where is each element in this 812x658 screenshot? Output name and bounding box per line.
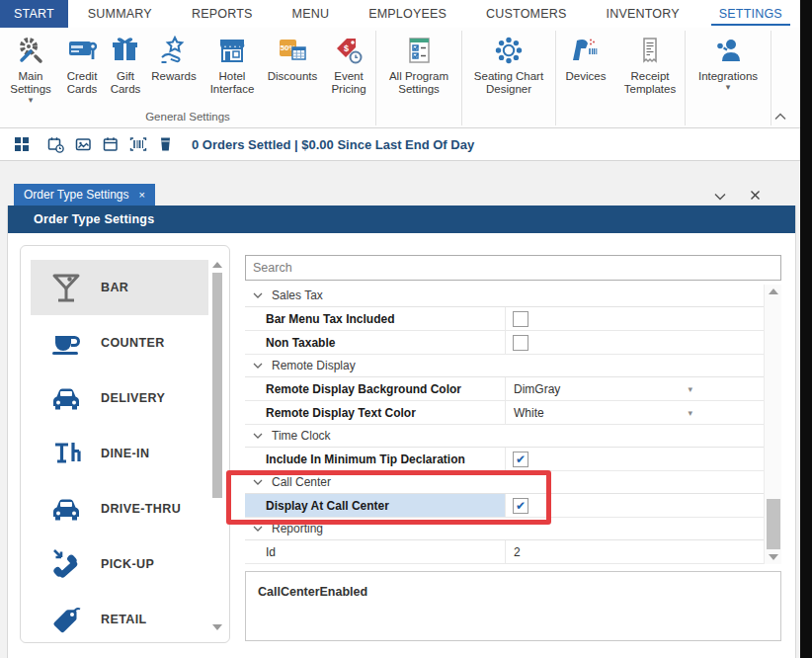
menu-employees[interactable]: EMPLOYEES: [349, 0, 466, 28]
ribbon-button-hotel-interface[interactable]: Hotel Interface: [202, 28, 263, 96]
calendar-icon[interactable]: [103, 136, 119, 152]
property-row-remote-display-text-color[interactable]: Remote Display Text Color White▾: [245, 401, 764, 425]
app-grid-icon[interactable]: [14, 136, 30, 152]
category-sales-tax[interactable]: Sales Tax: [245, 285, 764, 307]
calendar-clock-icon[interactable]: [47, 136, 64, 153]
scrollbar-thumb[interactable]: [212, 273, 222, 498]
property-row-include-in-minimum-tip-declaration[interactable]: Include In Minimum Tip Declaration: [245, 448, 764, 471]
scroll-down-icon[interactable]: [212, 624, 222, 630]
ribbon-button-integrations[interactable]: Integrations ▾: [686, 28, 771, 91]
hand-star-icon: [159, 33, 189, 68]
list-item-pick-up[interactable]: PICK-UP: [31, 536, 208, 592]
price-tag-clock-icon: $: [334, 33, 364, 68]
menu-bar: START SUMMARY REPORTS MENU EMPLOYEES CUS…: [0, 0, 800, 28]
dropdown-arrow-icon[interactable]: ▾: [688, 408, 692, 418]
list-item-counter[interactable]: COUNTER: [31, 315, 208, 370]
menu-inventory[interactable]: INVENTORY: [587, 0, 699, 28]
list-item-retail[interactable]: RETAIL: [31, 592, 208, 647]
menu-start[interactable]: START: [0, 0, 68, 28]
checkbox-unchecked[interactable]: [513, 311, 528, 327]
ribbon-button-credit-cards[interactable]: Credit Cards: [59, 28, 105, 96]
search-input[interactable]: [246, 256, 780, 280]
ribbon-button-seating-chart-designer[interactable]: Seating Chart Designer: [462, 28, 555, 96]
ribbon-button-event-pricing[interactable]: $ Event Pricing: [322, 28, 375, 96]
coffee-cup-icon: [44, 325, 88, 361]
beverage-icon[interactable]: [158, 136, 173, 152]
checkbox-unchecked[interactable]: [513, 335, 528, 351]
display-icon[interactable]: [75, 136, 92, 153]
tab-close-icon[interactable]: ×: [139, 189, 145, 201]
document-tab-strip: Order Type Settings ×: [0, 184, 800, 206]
scroll-up-icon[interactable]: [212, 262, 222, 268]
category-call-center[interactable]: Call Center: [245, 471, 764, 494]
property-row-remote-display-background-color[interactable]: Remote Display Background Color DimGray▾: [245, 377, 764, 401]
property-description-panel: CallCenterEnabled: [245, 571, 781, 641]
barcode-icon[interactable]: [129, 136, 147, 152]
category-remote-display[interactable]: Remote Display: [245, 355, 764, 377]
scroll-down-icon[interactable]: [769, 554, 778, 560]
menu-reports[interactable]: REPORTS: [172, 0, 273, 28]
chevron-down-icon: ▾: [29, 96, 34, 104]
app-window: START SUMMARY REPORTS MENU EMPLOYEES CUS…: [0, 0, 812, 658]
value-id[interactable]: 2: [506, 545, 521, 559]
value-dimgray[interactable]: DimGray: [506, 382, 560, 396]
menu-customers[interactable]: CUSTOMERS: [466, 0, 586, 28]
barcode-scanner-icon: [571, 33, 601, 68]
ribbon-button-all-program-settings[interactable]: All Program Settings: [376, 28, 461, 96]
price-tag-icon: [44, 602, 88, 637]
phone-arrow-icon: [44, 546, 88, 582]
checklist-icon: [404, 33, 434, 68]
property-row-bar-menu-tax-included[interactable]: Bar Menu Tax Included: [245, 307, 764, 331]
window-title: Order Type Settings: [8, 206, 795, 233]
tab-list-chevron-icon[interactable]: [714, 187, 726, 205]
credit-card-icon: [67, 33, 97, 68]
chevron-down-icon: [253, 363, 263, 370]
grid-scrollbar[interactable]: [764, 285, 781, 564]
scrollbar-thumb[interactable]: [767, 499, 780, 549]
order-type-list: BAR COUNTER DELIVERY DINE-IN DRIVE-THRU: [20, 245, 230, 643]
search-box: [245, 255, 781, 281]
status-message: 0 Orders Settled | $0.00 Since Last End …: [192, 137, 474, 152]
menu-settings[interactable]: SETTINGS: [699, 0, 802, 28]
ribbon: Main Settings ▾ Credit Cards Gift Cards …: [0, 28, 800, 128]
checkbox-checked[interactable]: [513, 498, 528, 514]
property-row-id[interactable]: Id 2: [245, 540, 764, 564]
tabstrip-close-icon[interactable]: [750, 187, 761, 205]
tab-order-type-settings[interactable]: Order Type Settings ×: [14, 184, 155, 206]
window-content: BAR COUNTER DELIVERY DINE-IN DRIVE-THRU: [8, 233, 795, 658]
screen-edge-strip: [800, 0, 812, 658]
order-type-settings-window: Order Type Settings BAR COUNTER DELIVERY: [7, 206, 796, 658]
chevron-down-icon: [253, 479, 263, 486]
person-link-icon: [713, 33, 743, 68]
ribbon-button-discounts[interactable]: 50% Discounts: [263, 28, 322, 83]
dropdown-arrow-icon[interactable]: ▾: [688, 384, 692, 394]
chevron-down-icon: [253, 292, 263, 299]
category-time-clock[interactable]: Time Clock: [245, 425, 764, 448]
ribbon-button-devices[interactable]: Devices: [556, 28, 615, 83]
ribbon-button-gift-cards[interactable]: Gift Cards: [105, 28, 146, 96]
chevron-down-icon: ▾: [726, 83, 731, 91]
list-item-delivery[interactable]: DELIVERY: [31, 370, 208, 426]
ribbon-collapse-button[interactable]: [774, 107, 786, 124]
ribbon-button-main-settings[interactable]: Main Settings ▾: [2, 28, 59, 104]
status-bar: 0 Orders Settled | $0.00 Since Last End …: [0, 128, 800, 161]
ribbon-button-rewards[interactable]: Rewards: [146, 28, 202, 83]
list-scrollbar[interactable]: [211, 260, 223, 632]
checkbox-checked[interactable]: [513, 452, 528, 467]
menu-summary[interactable]: SUMMARY: [68, 0, 172, 28]
table-chair-icon: [44, 436, 88, 471]
value-white[interactable]: White: [506, 406, 544, 420]
list-item-drive-thru[interactable]: DRIVE-THRU: [31, 481, 208, 536]
seating-chart-icon: [493, 33, 525, 68]
list-item-dine-in[interactable]: DINE-IN: [31, 426, 208, 481]
property-row-non-taxable[interactable]: Non Taxable: [245, 331, 764, 355]
property-grid: Sales Tax Bar Menu Tax Included Non Taxa…: [245, 285, 781, 565]
receipt-icon: [635, 33, 665, 68]
ribbon-button-receipt-templates[interactable]: Receipt Templates: [615, 28, 685, 96]
menu-menu[interactable]: MENU: [273, 0, 350, 28]
property-row-display-at-call-center[interactable]: Display At Call Center: [245, 494, 764, 518]
category-reporting[interactable]: Reporting: [245, 518, 764, 540]
ribbon-group-label: General Settings: [0, 111, 375, 123]
scroll-up-icon[interactable]: [769, 288, 778, 294]
list-item-bar[interactable]: BAR: [31, 260, 208, 315]
